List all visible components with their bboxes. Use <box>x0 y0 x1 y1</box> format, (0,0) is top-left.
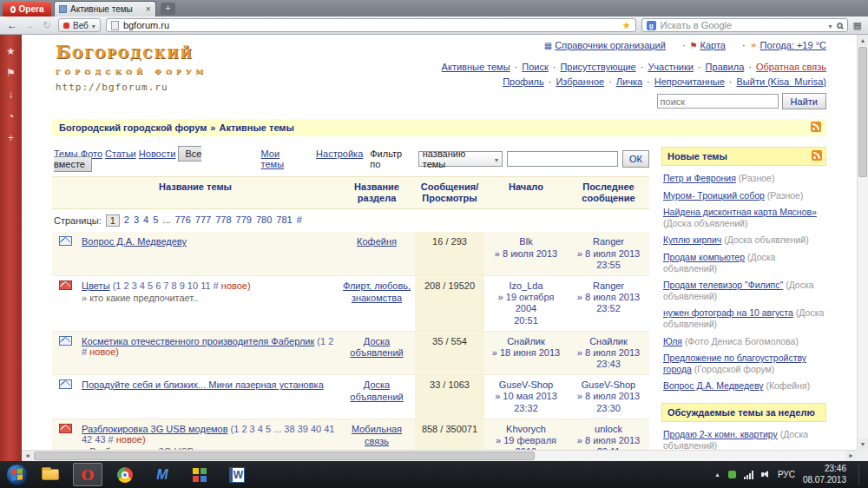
rss-icon[interactable] <box>812 150 822 161</box>
opera-taskbar-button[interactable] <box>73 463 102 486</box>
page-link[interactable]: 3 <box>134 214 139 227</box>
back-icon[interactable] <box>6 20 18 30</box>
filter-select[interactable]: названию темы <box>418 151 503 167</box>
site-search-input[interactable] <box>657 94 779 109</box>
site-search-button[interactable]: Найти <box>782 93 826 109</box>
topic-link[interactable]: Вопрос Д.А. Медведеву <box>82 236 187 247</box>
vertical-scrollbar-thumb[interactable] <box>858 47 867 177</box>
scroll-left-icon[interactable] <box>22 451 33 461</box>
flag-icon[interactable] <box>6 68 16 78</box>
sidebar-topic-link[interactable]: Муром- Троицкий собор <box>663 190 765 201</box>
section-link[interactable]: Флирт, любовь, знакомства <box>343 280 411 303</box>
service-link[interactable]: Справочник организаций <box>555 40 666 50</box>
start-button[interactable] <box>6 464 28 485</box>
reload-icon[interactable] <box>41 20 53 30</box>
scroll-right-icon[interactable] <box>845 451 857 461</box>
content-link[interactable]: Мои темы <box>261 148 305 169</box>
topic-pages[interactable]: (1 2 3 4 5 6 7 8 9 10 11 # <box>113 280 219 291</box>
add-panel-icon[interactable] <box>8 133 14 143</box>
page-link[interactable]: 779 <box>236 214 252 227</box>
nav-link[interactable]: Непрочитанные <box>654 76 725 87</box>
new-tab-button[interactable] <box>161 3 175 15</box>
service-link[interactable]: Погода: +19 °C <box>760 40 826 50</box>
topic-link[interactable]: Косметика отечественного производителя Ф… <box>82 336 314 346</box>
msgr-taskbar-button[interactable] <box>185 463 214 486</box>
bookmarks-icon[interactable] <box>6 46 16 56</box>
sidebar-topic-link[interactable]: Петр и Феврония <box>663 173 736 183</box>
start-user-link[interactable]: Blk <box>519 236 532 247</box>
section-link[interactable]: Доска объявлений <box>350 336 403 359</box>
web-mode-button[interactable]: Веб <box>58 18 101 32</box>
browser-tab[interactable]: Активные темы <box>54 1 156 16</box>
last-user-link[interactable]: GuseV-Shop <box>582 379 635 390</box>
nav-link[interactable]: Участники <box>648 62 694 72</box>
nav-link[interactable]: Поиск <box>522 62 548 72</box>
nav-link[interactable]: Присутствующие <box>560 62 635 72</box>
site-logo[interactable]: Богородский городской форум http://bgfor… <box>56 42 208 93</box>
topic-link[interactable]: Порадуйте себя и близких... Мини лазерна… <box>82 379 324 390</box>
horizontal-scrollbar-thumb[interactable] <box>34 452 535 460</box>
last-user-link[interactable]: Снайлик <box>589 336 628 346</box>
last-user-link[interactable]: Ranger <box>593 236 624 247</box>
page-link[interactable]: 778 <box>215 214 231 227</box>
nav-link[interactable]: Выйти (Kisa_Murisa) <box>737 76 826 87</box>
sidebar-topic-link[interactable]: Куплю кирпич <box>663 234 721 245</box>
breadcrumb-root-link[interactable]: Богородский городской форум <box>59 122 207 133</box>
nav-link[interactable]: Профиль <box>503 76 544 87</box>
sidebar-topic-link[interactable]: Продаю 2-х комн. квартиру <box>663 429 778 439</box>
content-tab[interactable]: Статьи <box>105 148 136 159</box>
filter-ok-button[interactable]: ОК <box>622 150 649 168</box>
antivirus-tray-icon[interactable] <box>728 471 736 478</box>
topic-link[interactable]: Разблокировка 3G USB модемов <box>82 424 228 434</box>
topic-link[interactable]: Цветы <box>82 280 110 291</box>
sidebar-topic-link[interactable]: Продам компьютер <box>663 252 745 262</box>
address-bar[interactable]: bgforum.ru <box>106 18 636 32</box>
section-link[interactable]: Мобильная связь <box>352 424 402 446</box>
topic-new-flag[interactable]: новое) <box>89 346 119 357</box>
topic-new-flag[interactable]: новое) <box>116 434 146 445</box>
scroll-down-icon[interactable] <box>858 439 868 450</box>
content-tab[interactable]: Новости <box>139 148 176 159</box>
page-link[interactable]: 4 <box>143 214 148 227</box>
sidebar-topic-link[interactable]: нужен фотограф на 10 августа <box>663 307 793 318</box>
chevron-down-icon[interactable] <box>829 20 832 30</box>
service-link[interactable]: Карта <box>700 40 726 50</box>
last-user-link[interactable]: Ranger <box>593 280 624 291</box>
rss-icon[interactable] <box>811 122 821 132</box>
nav-link[interactable]: Обратная связь <box>756 62 826 72</box>
start-user-link[interactable]: Снайлик <box>507 336 545 346</box>
word-taskbar-button[interactable] <box>222 463 252 486</box>
forward-icon[interactable] <box>23 20 36 30</box>
sidebar-topic-link[interactable]: Продам телевизор "Филипс" <box>663 280 783 290</box>
page-link[interactable]: 5 <box>153 214 158 227</box>
taskbar-clock[interactable]: 23:46 08.07.2013 <box>803 464 846 485</box>
start-user-link[interactable]: Khvorych <box>506 424 546 434</box>
search-icon[interactable] <box>837 23 843 29</box>
sidebar-topic-link[interactable]: Найдена дисконтная карта Мяснов» <box>663 207 817 217</box>
nav-link[interactable]: Правила <box>706 62 745 72</box>
page-link[interactable]: 781 <box>276 214 292 227</box>
panels-icon[interactable] <box>853 20 862 31</box>
page-link[interactable]: 776 <box>175 214 191 227</box>
chrome-taskbar-button[interactable] <box>110 463 140 486</box>
content-link[interactable]: Настройка <box>316 148 363 169</box>
filter-input[interactable] <box>507 151 618 167</box>
bookmark-star-icon[interactable] <box>622 21 631 30</box>
last-user-link[interactable]: unlock <box>595 424 622 434</box>
start-user-link[interactable]: Izo_Lda <box>509 280 542 291</box>
volume-icon[interactable] <box>761 471 770 478</box>
nav-link[interactable]: Личка <box>616 76 642 87</box>
page-link[interactable]: # <box>297 214 302 227</box>
section-link[interactable]: Доска объявлений <box>350 379 403 402</box>
page-link[interactable]: 2 <box>124 214 129 227</box>
page-link[interactable]: 777 <box>195 214 211 227</box>
nav-link[interactable]: Избранное <box>556 76 604 87</box>
hidden-icons-icon[interactable] <box>714 472 720 478</box>
history-icon[interactable] <box>8 111 14 122</box>
nav-link[interactable]: Активные темы <box>442 62 510 72</box>
topic-new-flag[interactable]: новое) <box>221 280 251 291</box>
sidebar-topic-link[interactable]: Юля <box>663 336 682 346</box>
mail-taskbar-button[interactable] <box>148 463 177 486</box>
language-indicator[interactable]: РУС <box>778 470 795 479</box>
page-link[interactable]: 780 <box>256 214 272 227</box>
